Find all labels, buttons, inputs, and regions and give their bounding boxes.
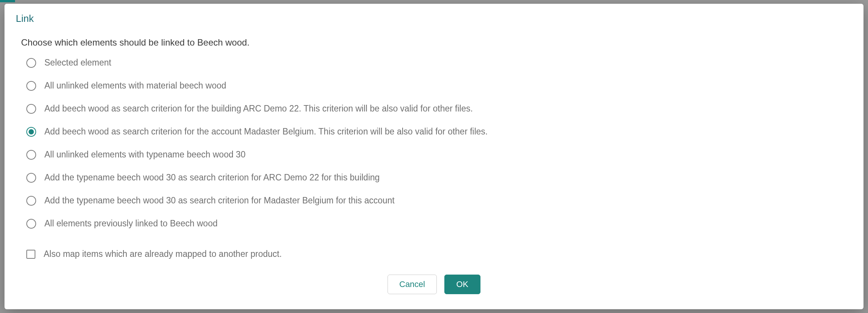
radio-label: All unlinked elements with typename beec… <box>44 150 245 160</box>
radio-icon <box>26 58 36 68</box>
radio-icon <box>26 219 36 229</box>
radio-icon <box>26 196 36 206</box>
link-modal: Link Choose which elements should be lin… <box>5 4 863 309</box>
modal-title: Link <box>16 13 852 24</box>
radio-option-typename-building[interactable]: Add the typename beech wood 30 as search… <box>26 173 852 183</box>
radio-label: Add the typename beech wood 30 as search… <box>44 195 395 206</box>
checkbox-label: Also map items which are already mapped … <box>44 249 282 259</box>
cancel-button[interactable]: Cancel <box>388 275 436 294</box>
radio-option-unlinked-typename[interactable]: All unlinked elements with typename beec… <box>26 150 852 160</box>
radio-option-unlinked-material[interactable]: All unlinked elements with material beec… <box>26 81 852 91</box>
radio-label: Selected element <box>44 58 111 68</box>
radio-group: Selected element All unlinked elements w… <box>26 58 852 229</box>
radio-icon <box>26 81 36 91</box>
radio-icon <box>26 104 36 114</box>
modal-footer: Cancel OK <box>16 260 852 298</box>
radio-label: Add beech wood as search criterion for t… <box>44 104 473 114</box>
radio-icon <box>26 150 36 160</box>
modal-subhead: Choose which elements should be linked t… <box>21 37 852 48</box>
radio-option-selected-element[interactable]: Selected element <box>26 58 852 68</box>
ok-button[interactable]: OK <box>444 275 480 294</box>
radio-label: Add the typename beech wood 30 as search… <box>44 173 380 183</box>
radio-icon <box>26 173 36 183</box>
radio-option-previously-linked[interactable]: All elements previously linked to Beech … <box>26 218 852 229</box>
checkbox-icon <box>26 250 35 259</box>
bg-accent <box>0 0 15 2</box>
radio-option-search-building[interactable]: Add beech wood as search criterion for t… <box>26 104 852 114</box>
radio-option-search-account[interactable]: Add beech wood as search criterion for t… <box>26 127 852 137</box>
radio-option-typename-account[interactable]: Add the typename beech wood 30 as search… <box>26 195 852 206</box>
radio-label: Add beech wood as search criterion for t… <box>44 127 488 137</box>
radio-icon <box>26 127 36 137</box>
radio-label: All elements previously linked to Beech … <box>44 218 217 229</box>
radio-label: All unlinked elements with material beec… <box>44 81 226 91</box>
checkbox-also-map[interactable]: Also map items which are already mapped … <box>26 249 852 259</box>
